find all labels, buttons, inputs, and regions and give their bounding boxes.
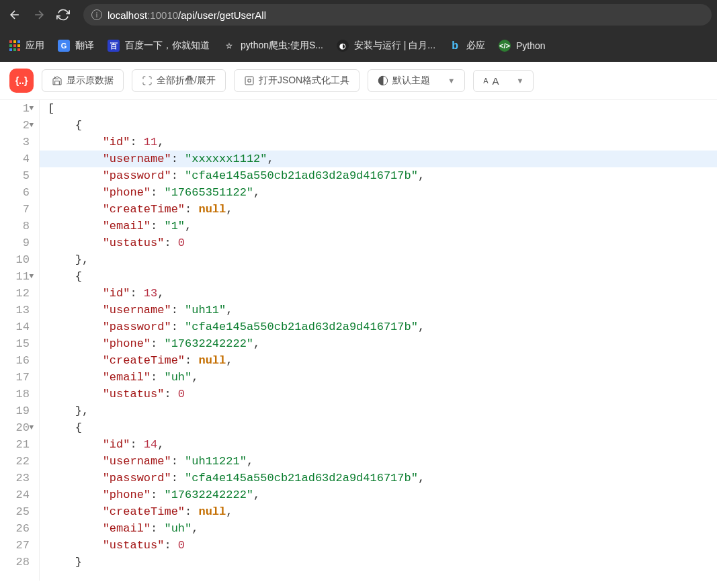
code-line[interactable]: "phone": "17632242222", <box>40 487 717 503</box>
token-n: 14 <box>144 438 157 451</box>
token-nl: null <box>198 354 226 367</box>
json-logo-icon: {..} <box>9 69 34 93</box>
code-line[interactable]: { <box>40 117 717 134</box>
address-bar[interactable]: i localhost:10010/api/user/getUserAll <box>83 4 712 26</box>
back-button[interactable] <box>5 5 24 24</box>
bookmark-item[interactable]: 应用 <box>9 40 44 52</box>
token-p: [ <box>48 102 54 115</box>
code-line[interactable]: "createTime": null, <box>40 352 717 369</box>
reload-button[interactable] <box>54 5 73 24</box>
line-number: 15 <box>3 335 32 352</box>
code-line[interactable]: "id": 14, <box>40 436 717 453</box>
code-line[interactable]: "id": 13, <box>40 285 717 302</box>
open-formatter-button[interactable]: 打开JSON格式化工具 <box>234 69 360 92</box>
code-line[interactable]: "phone": "17632242222", <box>40 335 717 352</box>
code-line[interactable]: "password": "cfa4e145a550cb21ad63d2a9d41… <box>40 167 717 184</box>
token-k: "ustatus" <box>103 388 165 401</box>
line-number: 26 <box>3 520 32 537</box>
line-number: 4 <box>3 151 32 167</box>
bookmark-item[interactable]: ◐安装与运行 | 白月... <box>337 40 435 52</box>
code-line[interactable]: "email": "uh", <box>40 520 717 537</box>
url-path: /api/user/getUserAll <box>178 9 266 21</box>
code-line[interactable]: "username": "xxxxxx1112", <box>40 151 717 167</box>
line-gutter: 1▼2▼34567891011▼121314151617181920▼21222… <box>0 100 40 581</box>
line-number: 12 <box>3 285 32 302</box>
token-p: , <box>418 321 425 333</box>
code-line[interactable]: "ustatus": 0 <box>40 235 717 251</box>
token-s: "uh" <box>164 522 192 535</box>
token-p: : <box>164 237 177 249</box>
token-p: : <box>151 337 164 350</box>
code-line[interactable]: "createTime": null, <box>40 201 717 218</box>
bing-icon: b <box>449 40 461 52</box>
code-line[interactable]: "password": "cfa4e145a550cb21ad63d2a9d41… <box>40 470 717 487</box>
token-p: : <box>130 136 143 149</box>
token-p: : <box>171 304 185 317</box>
code-line[interactable]: "id": 11, <box>40 134 717 151</box>
show-raw-label: 显示原数据 <box>67 75 114 87</box>
fold-marker-icon[interactable]: ▼ <box>29 117 34 134</box>
font-size-dropdown[interactable]: AA ▼ <box>473 70 534 92</box>
collapse-expand-button[interactable]: 全部折叠/展开 <box>132 69 226 92</box>
token-n: 0 <box>178 539 185 552</box>
token-k: "ustatus" <box>103 237 165 249</box>
token-p: : <box>171 472 185 485</box>
line-number: 1▼ <box>3 100 32 117</box>
token-s: "cfa4e145a550cb21ad63d2a9d416717b" <box>185 169 418 182</box>
token-k: "createTime" <box>103 505 185 518</box>
token-p: } <box>75 556 82 569</box>
code-line[interactable]: "ustatus": 0 <box>40 537 717 554</box>
forward-button[interactable] <box>30 5 48 24</box>
token-p: : <box>164 388 177 401</box>
code-line[interactable]: "createTime": null, <box>40 503 717 520</box>
fold-marker-icon[interactable]: ▼ <box>29 268 34 285</box>
code-line[interactable]: }, <box>40 251 717 268</box>
token-p: : <box>151 489 164 501</box>
bookmark-item[interactable]: 百百度一下，你就知道 <box>108 40 210 52</box>
code-line[interactable]: "phone": "17665351122", <box>40 184 717 201</box>
line-number: 20▼ <box>3 419 32 436</box>
code-line[interactable]: "email": "uh", <box>40 369 717 386</box>
token-p: : <box>151 371 164 384</box>
font-small-icon: A <box>483 77 488 85</box>
code-line[interactable]: [ <box>40 100 717 117</box>
bookmark-label: 百度一下，你就知道 <box>125 40 210 52</box>
url-port: :10010 <box>147 9 178 21</box>
code-line[interactable]: "ustatus": 0 <box>40 386 717 403</box>
code-pane[interactable]: [ { "id": 11, "username": "xxxxxx1112", … <box>40 100 717 581</box>
fold-marker-icon[interactable]: ▼ <box>29 419 34 436</box>
token-k: "username" <box>103 153 171 165</box>
line-number: 22 <box>3 453 32 470</box>
site-info-icon[interactable]: i <box>91 9 102 20</box>
token-k: "username" <box>103 304 171 317</box>
code-line[interactable]: "username": "uh11", <box>40 302 717 319</box>
fold-marker-icon[interactable]: ▼ <box>29 100 34 117</box>
token-n: 13 <box>144 287 157 300</box>
show-raw-button[interactable]: 显示原数据 <box>42 69 124 92</box>
code-line[interactable]: { <box>40 419 717 436</box>
theme-dropdown[interactable]: 默认主题 ▼ <box>368 69 465 92</box>
token-p: , <box>267 153 273 165</box>
code-line[interactable]: }, <box>40 403 717 419</box>
line-number: 27 <box>3 537 32 554</box>
token-k: "username" <box>103 455 171 468</box>
code-line[interactable]: "email": "1", <box>40 218 717 235</box>
line-number: 13 <box>3 302 32 319</box>
token-nl: null <box>198 203 226 216</box>
code-line[interactable]: } <box>40 554 717 571</box>
url-host: localhost <box>108 9 147 21</box>
line-number: 23 <box>3 470 32 487</box>
moon-icon: ◐ <box>337 40 349 52</box>
token-s: "1" <box>164 220 185 233</box>
code-line[interactable]: "password": "cfa4e145a550cb21ad63d2a9d41… <box>40 319 717 335</box>
code-line[interactable]: "username": "uh11221", <box>40 453 717 470</box>
python-icon: </> <box>499 40 511 52</box>
bookmark-item[interactable]: </>Python <box>499 40 546 52</box>
bookmark-item[interactable]: ☆python爬虫:使用S... <box>223 40 323 52</box>
token-p: , <box>418 169 425 182</box>
translate-icon: G <box>58 40 70 52</box>
bookmark-item[interactable]: G翻译 <box>58 40 94 52</box>
code-line[interactable]: { <box>40 268 717 285</box>
line-number: 2▼ <box>3 117 32 134</box>
bookmark-item[interactable]: b必应 <box>449 40 485 52</box>
